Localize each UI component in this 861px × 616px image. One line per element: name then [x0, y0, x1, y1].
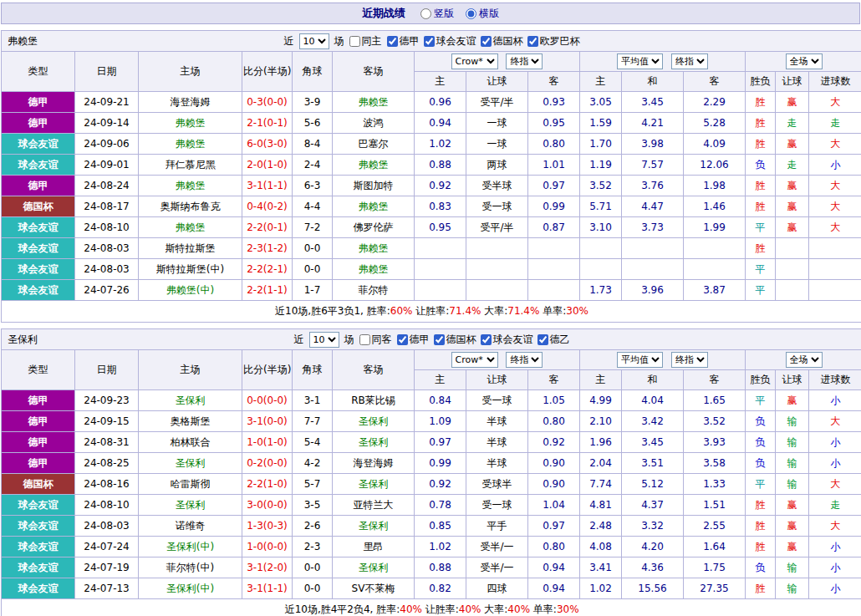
away-team[interactable]: 弗赖堡	[333, 155, 415, 176]
home-team[interactable]: 斯特拉斯堡	[139, 238, 242, 259]
euro-away-odds: 4.09	[684, 134, 746, 155]
view-option[interactable]: 竖版	[420, 7, 454, 21]
col-header-away: 客场	[333, 52, 415, 92]
home-team[interactable]: 弗赖堡	[139, 134, 242, 155]
asian-stage-select[interactable]: 终指	[506, 53, 543, 69]
same-venue-label: 同主	[362, 34, 382, 48]
away-team[interactable]: 圣保利	[333, 474, 415, 495]
result-handicap: 输	[776, 557, 809, 578]
match-row: 球会友谊 24-07-24 圣保利(中) 1-0(0-0) 2-3 里昂 1.0…	[2, 537, 861, 557]
home-team[interactable]: 弗赖堡(中)	[139, 280, 242, 301]
asian-home-odds	[415, 259, 466, 280]
away-team[interactable]: 斯图加特	[333, 176, 415, 196]
euro-away-odds: 3.93	[684, 432, 746, 453]
away-team[interactable]: 弗赖堡	[333, 238, 415, 259]
home-team[interactable]: 菲尔特(中)	[139, 557, 242, 578]
scope-select[interactable]: 全场	[786, 352, 823, 368]
result-goals: 走	[809, 495, 861, 516]
away-team[interactable]: 菲尔特	[333, 280, 415, 301]
col-header-euro-away: 客	[684, 72, 746, 92]
home-team[interactable]: 海登海姆	[139, 92, 242, 113]
home-team[interactable]: 哈雷斯彻	[139, 474, 242, 495]
home-team[interactable]: 圣保利(中)	[139, 578, 242, 599]
scope-select[interactable]: 全场	[786, 53, 823, 69]
home-team[interactable]: 圣保利(中)	[139, 537, 242, 557]
euro-away-odds: 2.29	[684, 92, 746, 113]
view-option-label: 竖版	[434, 7, 454, 21]
league-filter-checkbox[interactable]	[397, 334, 408, 345]
home-team[interactable]: 弗赖堡	[139, 217, 242, 238]
home-team[interactable]: 诺维奇	[139, 516, 242, 537]
home-team[interactable]: 圣保利	[139, 390, 242, 411]
euro-source-select[interactable]: 平均值	[617, 352, 663, 368]
match-row: 球会友谊 24-07-26 弗赖堡(中) 2-2(1-1) 1-7 菲尔特 1.…	[2, 280, 861, 301]
euro-away-odds	[684, 259, 746, 280]
view-option[interactable]: 横版	[466, 7, 499, 21]
league-filter[interactable]: 德国杯	[481, 34, 523, 48]
away-team[interactable]: 圣保利	[333, 432, 415, 453]
league-filter-checkbox[interactable]	[537, 334, 548, 345]
view-option-radio[interactable]	[466, 8, 476, 19]
match-count-select[interactable]: 10	[309, 332, 339, 348]
league-badge: 德甲	[2, 432, 75, 453]
league-filter[interactable]: 球会友谊	[481, 333, 533, 347]
home-team[interactable]: 奥格斯堡	[139, 411, 242, 432]
league-filter-checkbox[interactable]	[424, 36, 435, 47]
away-team[interactable]: 弗赖堡	[333, 259, 415, 280]
euro-stage-select[interactable]: 终指	[671, 352, 708, 368]
away-team[interactable]: 巴塞尔	[333, 134, 415, 155]
home-team[interactable]: 弗赖堡	[139, 176, 242, 196]
home-team[interactable]: 拜仁慕尼黑	[139, 155, 242, 176]
away-team[interactable]: 佛罗伦萨	[333, 217, 415, 238]
asian-stage-select[interactable]: 终指	[506, 352, 543, 368]
away-team[interactable]: 弗赖堡	[333, 92, 415, 113]
league-badge: 德甲	[2, 92, 75, 113]
league-filter[interactable]: 欧罗巴杯	[527, 34, 580, 48]
league-filter[interactable]: 球会友谊	[424, 34, 476, 48]
league-filter-checkbox[interactable]	[481, 334, 492, 345]
league-filter-checkbox[interactable]	[434, 334, 445, 345]
home-team[interactable]: 圣保利	[139, 495, 242, 516]
league-filter[interactable]: 德甲	[387, 34, 420, 48]
league-filter[interactable]: 德乙	[537, 333, 570, 347]
col-header-date: 日期	[75, 350, 139, 390]
col-header-handicap-result: 让球	[776, 370, 809, 390]
league-filter[interactable]: 德甲	[397, 333, 430, 347]
score: 3-1(0-0)	[242, 411, 293, 432]
summary-stat-value: 71.4%	[507, 305, 539, 317]
league-filter[interactable]: 德国杯	[434, 333, 476, 347]
away-team[interactable]: 里昂	[333, 537, 415, 557]
home-team[interactable]: 柏林联合	[139, 432, 242, 453]
asian-away-odds: 0.94	[528, 578, 580, 599]
away-team[interactable]: SV不莱梅	[333, 578, 415, 599]
away-team[interactable]: 波鸿	[333, 113, 415, 134]
bookmaker-select[interactable]: Crow*	[451, 53, 498, 69]
euro-stage-select[interactable]: 终指	[671, 53, 708, 69]
euro-away-odds: 1.64	[684, 537, 746, 557]
home-team[interactable]: 弗赖堡	[139, 113, 242, 134]
home-team[interactable]: 圣保利	[139, 453, 242, 474]
league-filter-checkbox[interactable]	[527, 36, 538, 47]
summary-stat-value: 30%	[557, 603, 579, 615]
away-team[interactable]: 亚特兰大	[333, 495, 415, 516]
away-team[interactable]: 海登海姆	[333, 453, 415, 474]
view-option-radio[interactable]	[420, 8, 431, 19]
home-team[interactable]: 斯特拉斯堡(中)	[139, 259, 242, 280]
home-team[interactable]: 奥斯纳布鲁克	[139, 196, 242, 217]
away-team[interactable]: 圣保利	[333, 516, 415, 537]
same-venue-filter[interactable]: 同主	[349, 34, 382, 48]
same-venue-filter[interactable]: 同客	[359, 333, 392, 347]
same-venue-checkbox[interactable]	[359, 334, 370, 345]
col-header-asian-home: 主	[415, 370, 466, 390]
away-team[interactable]: 弗赖堡	[333, 196, 415, 217]
away-team[interactable]: 圣保利	[333, 557, 415, 578]
euro-draw-odds: 4.04	[622, 390, 684, 411]
away-team[interactable]: RB莱比锡	[333, 390, 415, 411]
away-team[interactable]: 圣保利	[333, 411, 415, 432]
euro-source-select[interactable]: 平均值	[617, 53, 663, 69]
match-count-select[interactable]: 10	[299, 33, 329, 49]
league-filter-checkbox[interactable]	[481, 36, 492, 47]
bookmaker-select[interactable]: Crow*	[451, 352, 498, 368]
league-filter-checkbox[interactable]	[387, 36, 398, 47]
same-venue-checkbox[interactable]	[349, 36, 360, 47]
